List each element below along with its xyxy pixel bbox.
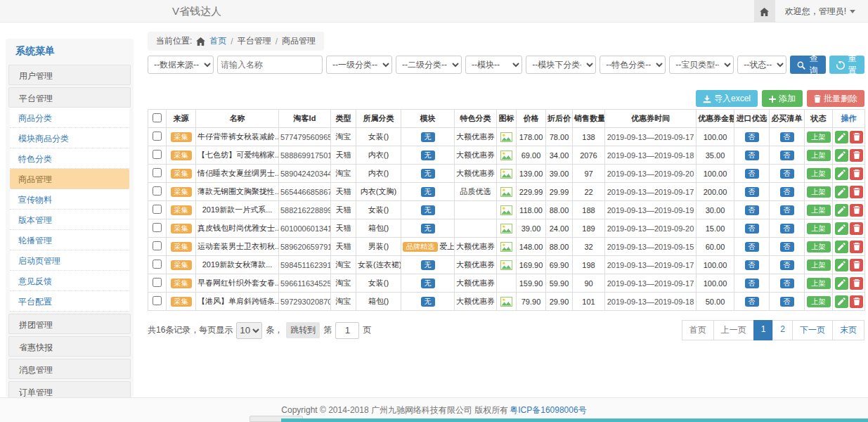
filter-select-1[interactable]: --一级分类-- <box>326 56 392 74</box>
must-buy-toggle[interactable]: 否 <box>780 187 794 197</box>
row-checkbox[interactable] <box>153 150 162 159</box>
sidebar-item-宣传物料[interactable]: 宣传物料 <box>10 189 129 210</box>
sidebar-item-省惠快报[interactable]: 省惠快报 <box>8 336 131 357</box>
row-checkbox[interactable] <box>153 205 162 214</box>
jump-button[interactable]: 跳转到 <box>286 322 320 338</box>
row-checkbox[interactable] <box>153 260 162 269</box>
page-button-下一页[interactable]: 下一页 <box>792 320 833 340</box>
sidebar-item-拼团管理[interactable]: 拼团管理 <box>8 314 131 334</box>
sidebar-item-用户管理[interactable]: 用户管理 <box>8 65 131 85</box>
imported-toggle[interactable]: 否 <box>745 242 759 252</box>
delete-button[interactable] <box>850 186 863 198</box>
page-button-1[interactable]: 1 <box>753 320 774 340</box>
delete-button[interactable] <box>850 131 863 143</box>
imported-toggle[interactable]: 否 <box>745 260 759 270</box>
filter-select-4[interactable]: --模块下分类-- <box>526 56 596 74</box>
delete-button[interactable] <box>850 167 863 180</box>
status-badge[interactable]: 上架 <box>807 168 831 179</box>
row-checkbox[interactable] <box>153 278 162 287</box>
select-all-checkbox[interactable] <box>153 113 162 122</box>
edit-button[interactable] <box>835 204 848 217</box>
row-checkbox[interactable] <box>153 186 162 196</box>
sidebar-item-意见反馈[interactable]: 意见反馈 <box>10 271 129 291</box>
sidebar-item-特色分类[interactable]: 特色分类 <box>10 148 129 169</box>
search-button[interactable]: 查询 <box>790 56 825 74</box>
imported-toggle[interactable]: 否 <box>745 169 759 179</box>
sidebar-item-轮播管理[interactable]: 轮播管理 <box>10 230 129 250</box>
imported-toggle[interactable]: 否 <box>745 224 759 234</box>
must-buy-toggle[interactable]: 否 <box>780 169 794 179</box>
status-badge[interactable]: 上架 <box>807 132 831 143</box>
sidebar-item-消息管理[interactable]: 消息管理 <box>8 359 131 379</box>
filter-select-3[interactable]: --模块-- <box>465 56 522 74</box>
must-buy-toggle[interactable]: 否 <box>780 224 794 234</box>
home-button[interactable] <box>754 0 775 23</box>
delete-button[interactable] <box>850 241 863 253</box>
user-menu[interactable]: 欢迎您，管理员! <box>775 6 868 18</box>
filter-select-6[interactable]: --宝贝类型-- <box>669 56 734 74</box>
must-buy-toggle[interactable]: 否 <box>780 260 794 270</box>
must-buy-toggle[interactable]: 否 <box>780 132 794 142</box>
status-badge[interactable]: 上架 <box>807 241 831 252</box>
sidebar-item-模块商品分类[interactable]: 模块商品分类 <box>10 128 129 148</box>
edit-button[interactable] <box>835 167 848 180</box>
imported-toggle[interactable]: 否 <box>745 151 759 160</box>
filter-select-0[interactable]: --数据来源-- <box>148 56 214 74</box>
icp-link[interactable]: 粤ICP备16098006号 <box>510 404 586 416</box>
delete-button[interactable] <box>850 277 863 290</box>
imported-toggle[interactable]: 否 <box>745 132 759 142</box>
delete-button[interactable] <box>850 222 863 235</box>
reset-button[interactable]: 重置 <box>829 56 864 74</box>
imported-toggle[interactable]: 否 <box>745 187 759 197</box>
must-buy-toggle[interactable]: 否 <box>780 297 794 307</box>
add-button[interactable]: 添加 <box>762 90 803 107</box>
sidebar-item-平台管理[interactable]: 平台管理 <box>8 87 131 108</box>
edit-button[interactable] <box>835 277 848 290</box>
status-badge[interactable]: 上架 <box>807 260 831 271</box>
filter-select-5[interactable]: --特色分类-- <box>600 56 666 74</box>
sidebar-item-版本管理[interactable]: 版本管理 <box>10 210 129 230</box>
imported-toggle[interactable]: 否 <box>745 205 759 215</box>
status-badge[interactable]: 上架 <box>807 205 831 216</box>
page-button-上一页[interactable]: 上一页 <box>713 320 754 340</box>
breadcrumb-home-link[interactable]: 首页 <box>209 35 226 47</box>
filter-select-2[interactable]: --二级分类-- <box>396 56 462 74</box>
page-button-首页[interactable]: 首页 <box>682 320 714 340</box>
edit-button[interactable] <box>835 222 848 235</box>
status-badge[interactable]: 上架 <box>807 150 831 161</box>
row-checkbox[interactable] <box>153 296 162 305</box>
row-checkbox[interactable] <box>153 168 162 177</box>
must-buy-toggle[interactable]: 否 <box>780 279 794 288</box>
page-number-input[interactable] <box>335 322 359 339</box>
edit-button[interactable] <box>835 295 848 308</box>
row-checkbox[interactable] <box>153 241 162 250</box>
status-badge[interactable]: 上架 <box>807 296 831 307</box>
batch-delete-button[interactable]: 批量删除 <box>807 90 864 107</box>
sidebar-item-订单管理[interactable]: 订单管理 <box>8 381 131 397</box>
edit-button[interactable] <box>835 149 848 162</box>
edit-button[interactable] <box>835 131 848 143</box>
sidebar-item-商品管理[interactable]: 商品管理 <box>10 169 129 189</box>
delete-button[interactable] <box>850 259 863 271</box>
status-badge[interactable]: 上架 <box>807 278 831 289</box>
filter-select-7[interactable]: --状态-- <box>737 56 786 74</box>
edit-button[interactable] <box>835 186 848 198</box>
imported-toggle[interactable]: 否 <box>745 297 759 307</box>
delete-button[interactable] <box>850 149 863 162</box>
name-search-input[interactable] <box>217 56 323 74</box>
import-excel-button[interactable]: 导入excel <box>696 90 758 107</box>
sidebar-item-启动页管理[interactable]: 启动页管理 <box>10 250 129 271</box>
delete-button[interactable] <box>850 204 863 217</box>
sidebar-item-平台配置[interactable]: 平台配置 <box>10 291 129 312</box>
status-badge[interactable]: 上架 <box>807 223 831 234</box>
edit-button[interactable] <box>835 259 848 271</box>
must-buy-toggle[interactable]: 否 <box>780 242 794 252</box>
row-checkbox[interactable] <box>153 223 162 232</box>
must-buy-toggle[interactable]: 否 <box>780 205 794 215</box>
row-checkbox[interactable] <box>153 132 162 141</box>
per-page-select[interactable]: 10 <box>236 322 262 339</box>
must-buy-toggle[interactable]: 否 <box>780 151 794 160</box>
sidebar-item-商品分类[interactable]: 商品分类 <box>10 108 129 128</box>
edit-button[interactable] <box>835 241 848 253</box>
delete-button[interactable] <box>850 295 863 308</box>
